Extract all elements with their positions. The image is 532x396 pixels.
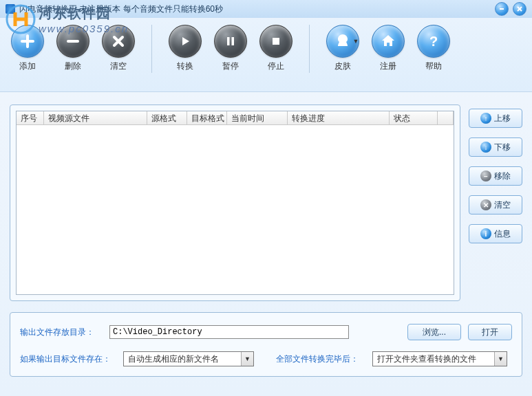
file-list-panel: 序号 视频源文件 源格式 目标格式 当前时间 转换进度 状态 xyxy=(10,104,460,301)
minus-icon: − xyxy=(480,170,491,182)
pause-icon xyxy=(224,35,237,47)
skin-dropdown-arrow[interactable]: ▼ xyxy=(352,25,359,58)
delete-button[interactable]: 删除 xyxy=(56,25,89,72)
pause-button[interactable]: 暂停 xyxy=(214,25,247,72)
svg-rect-5 xyxy=(232,37,235,45)
arrow-up-icon: ↑ xyxy=(480,113,491,124)
col-index[interactable]: 序号 xyxy=(17,111,44,124)
col-curtime[interactable]: 当前时间 xyxy=(227,111,288,124)
table-header: 序号 视频源文件 源格式 目标格式 当前时间 转换进度 状态 xyxy=(17,111,454,125)
col-progress[interactable]: 转换进度 xyxy=(288,111,390,124)
toolbar-separator xyxy=(309,25,310,73)
window-title: 闪电音频转换王 未注册版本 每个音频文件只能转换60秒 xyxy=(19,3,223,15)
clear-side-button[interactable]: ✕ 清空 xyxy=(469,195,522,214)
col-status[interactable]: 状态 xyxy=(390,111,438,124)
x-icon xyxy=(111,34,126,49)
exist-label: 如果输出目标文件存在： xyxy=(20,353,116,365)
clear-button[interactable]: 清空 xyxy=(102,25,135,72)
main-toolbar: 添加 删除 清空 转换 暂停 停止 皮肤 xyxy=(0,18,532,92)
svg-text:?: ? xyxy=(429,34,438,49)
chevron-down-icon: ▼ xyxy=(241,352,253,366)
col-srcfmt[interactable]: 源格式 xyxy=(147,111,187,124)
toolbar-separator xyxy=(151,25,152,73)
stop-button[interactable]: 停止 xyxy=(259,25,292,72)
add-button[interactable]: 添加 xyxy=(11,25,44,72)
minimize-button[interactable] xyxy=(495,2,509,16)
close-button[interactable] xyxy=(513,2,526,16)
app-icon xyxy=(6,4,15,14)
browse-button[interactable]: 浏览... xyxy=(407,324,461,340)
home-icon xyxy=(380,33,396,50)
svg-rect-4 xyxy=(227,37,230,45)
arrow-down-icon: ↓ xyxy=(480,142,491,153)
remove-button[interactable]: − 移除 xyxy=(469,166,522,186)
outdir-label: 输出文件存放目录： xyxy=(20,327,103,338)
convert-button[interactable]: 转换 xyxy=(169,25,202,72)
chevron-down-icon: ▼ xyxy=(494,352,507,366)
minus-icon xyxy=(65,33,81,50)
stop-icon xyxy=(270,35,282,47)
help-button[interactable]: ? 帮助 xyxy=(417,25,450,72)
output-settings-panel: 输出文件存放目录： 浏览... 打开 如果输出目标文件存在： 自动生成相应的新文… xyxy=(10,312,522,377)
info-icon: i xyxy=(480,228,491,239)
skin-icon xyxy=(334,32,352,50)
play-icon xyxy=(178,34,192,48)
open-button[interactable]: 打开 xyxy=(468,324,512,340)
table-body[interactable] xyxy=(17,125,454,294)
col-source[interactable]: 视频源文件 xyxy=(44,111,147,124)
exist-combo[interactable]: 自动生成相应的新文件名 ▼ xyxy=(123,351,254,366)
file-table[interactable]: 序号 视频源文件 源格式 目标格式 当前时间 转换进度 状态 xyxy=(16,111,454,295)
x-icon: ✕ xyxy=(480,199,491,210)
svg-rect-6 xyxy=(273,38,279,45)
outdir-input[interactable] xyxy=(109,325,349,339)
chevron-down-icon: ▼ xyxy=(353,38,359,45)
question-icon: ? xyxy=(425,33,442,50)
register-button[interactable]: 注册 xyxy=(372,25,405,72)
info-button[interactable]: i 信息 xyxy=(469,224,522,243)
move-down-button[interactable]: ↓ 下移 xyxy=(469,138,522,157)
col-dstfmt[interactable]: 目标格式 xyxy=(187,111,227,124)
after-combo[interactable]: 打开文件夹查看转换的文件 ▼ xyxy=(372,351,507,366)
move-up-button[interactable]: ↑ 上移 xyxy=(469,109,522,128)
plus-icon xyxy=(19,33,36,50)
after-label: 全部文件转换完毕后： xyxy=(276,353,365,365)
